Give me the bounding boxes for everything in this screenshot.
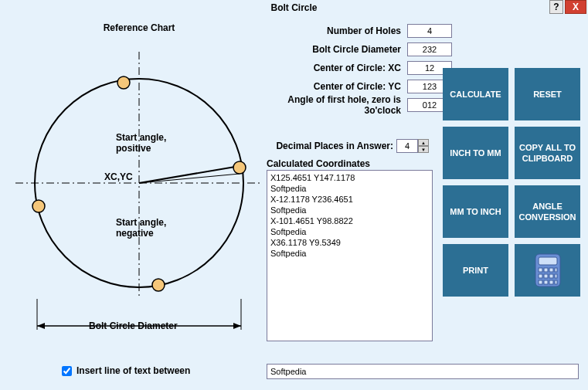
inch-to-mm-button[interactable]: INCH TO MM xyxy=(443,127,508,179)
window-title: Bolt Circle xyxy=(270,2,317,13)
mm-to-inch-button[interactable]: MM TO INCH xyxy=(443,185,508,238)
decimal-places-input[interactable] xyxy=(396,139,418,153)
close-button[interactable]: X xyxy=(565,0,586,14)
svg-line-3 xyxy=(139,166,240,183)
bc-diameter-input[interactable] xyxy=(407,42,452,56)
spinner-up-button[interactable]: ▲ xyxy=(418,139,429,146)
center-label: XC,YC xyxy=(104,171,133,182)
angle-first-label: Angle of first hole, zero is 3o'clock xyxy=(274,94,401,116)
num-holes-input[interactable] xyxy=(407,24,452,38)
center-xc-label: Center of Circle: XC xyxy=(274,63,401,73)
calculator-icon xyxy=(535,253,561,287)
svg-text:Start angle,: Start angle, xyxy=(116,132,166,143)
button-panel: CALCULATE RESET INCH TO MM COPY ALL TO C… xyxy=(443,68,580,297)
bolt-circle-diagram: XC,YC Start angle, positive Start angle,… xyxy=(8,36,270,330)
diameter-label: Bolt Circle Diameter xyxy=(89,320,178,330)
svg-text:Start angle,: Start angle, xyxy=(116,217,166,228)
svg-rect-20 xyxy=(539,268,542,272)
copy-all-button[interactable]: COPY ALL TO CLIPBOARD xyxy=(515,127,580,179)
svg-rect-29 xyxy=(544,280,548,284)
svg-rect-22 xyxy=(549,268,553,272)
svg-marker-10 xyxy=(37,323,45,329)
svg-rect-24 xyxy=(539,274,542,278)
svg-rect-21 xyxy=(544,268,548,272)
svg-point-7 xyxy=(32,200,45,212)
input-fields: Number of Holes Bolt Circle Diameter Cen… xyxy=(274,23,452,116)
reference-chart: Reference Chart XC,YC Start angle, po xyxy=(8,19,270,344)
center-yc-label: Center of Circle: YC xyxy=(274,81,401,92)
svg-text:positive: positive xyxy=(116,143,151,154)
svg-marker-11 xyxy=(233,323,241,329)
calculated-coordinates-label: Calculated Coordinates xyxy=(267,158,370,169)
svg-rect-19 xyxy=(539,257,557,265)
calculate-button[interactable]: CALCULATE xyxy=(443,68,508,120)
svg-text:negative: negative xyxy=(116,228,154,239)
titlebar: Bolt Circle ? X xyxy=(0,0,588,15)
calculator-button[interactable] xyxy=(515,244,580,297)
svg-rect-23 xyxy=(555,268,557,272)
bc-diameter-label: Bolt Circle Diameter xyxy=(274,44,401,55)
chart-title: Reference Chart xyxy=(8,19,270,36)
svg-rect-30 xyxy=(549,280,553,284)
decimal-places-label: Decimal Places in Answer: xyxy=(276,141,393,151)
insert-text-label: Insert line of text between xyxy=(76,365,190,376)
svg-point-5 xyxy=(233,161,246,174)
print-button[interactable]: PRINT xyxy=(443,244,508,297)
svg-point-6 xyxy=(117,76,130,89)
svg-rect-28 xyxy=(539,280,542,284)
close-icon: X xyxy=(573,2,579,12)
svg-rect-31 xyxy=(555,280,557,284)
svg-rect-27 xyxy=(555,274,557,278)
svg-rect-25 xyxy=(544,274,548,278)
angle-conversion-button[interactable]: ANGLE CONVERSION xyxy=(515,185,580,238)
help-button[interactable]: ? xyxy=(549,0,563,14)
insert-text-input[interactable] xyxy=(267,364,579,379)
svg-rect-26 xyxy=(549,274,553,278)
svg-point-8 xyxy=(152,279,165,291)
spinner-down-button[interactable]: ▼ xyxy=(418,146,429,153)
num-holes-label: Number of Holes xyxy=(274,25,401,36)
reset-button[interactable]: RESET xyxy=(515,68,580,120)
insert-text-checkbox[interactable] xyxy=(62,366,72,376)
results-textarea[interactable]: X125.4651 Y147.1178 Softpedia X-12.1178 … xyxy=(267,170,433,341)
